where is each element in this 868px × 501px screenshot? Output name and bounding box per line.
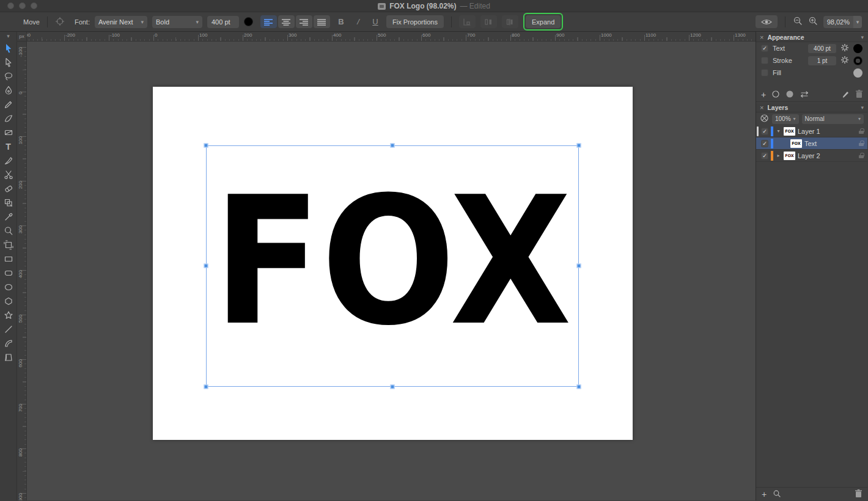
close-panel-icon[interactable]: × xyxy=(760,34,763,41)
delete-layer-icon[interactable] xyxy=(855,489,862,499)
search-icon[interactable] xyxy=(773,489,781,499)
selection-handle-ne[interactable] xyxy=(577,144,581,148)
tools-collapse-icon[interactable]: ▾ xyxy=(7,33,10,39)
transform-origin-icon[interactable] xyxy=(55,16,65,27)
layer-row-layer2[interactable]: ✓ ▸ FOX Layer 2 xyxy=(756,150,867,162)
text-size-field[interactable]: 400 pt xyxy=(808,44,836,53)
document-canvas[interactable]: FOX xyxy=(27,42,756,500)
chevron-right-icon[interactable]: ▸ xyxy=(776,153,781,158)
line-tool-button[interactable] xyxy=(3,324,14,334)
text-color-swatch[interactable] xyxy=(853,44,862,53)
opacity-wheel-icon[interactable] xyxy=(760,114,769,124)
gear-icon[interactable] xyxy=(840,56,849,65)
close-window-button[interactable] xyxy=(7,2,14,9)
knife-tool-button[interactable] xyxy=(3,156,14,166)
page-tool-button[interactable] xyxy=(3,353,14,362)
font-weight-dropdown[interactable]: Bold ▾ xyxy=(152,16,202,28)
fill-tool-button[interactable] xyxy=(3,128,14,137)
zoom-in-icon[interactable] xyxy=(808,16,818,27)
stroke-width-field[interactable]: 1 pt xyxy=(808,56,836,65)
fill-visibility-checkbox[interactable]: ✓ xyxy=(761,69,768,76)
anchor-align-button[interactable] xyxy=(459,15,476,28)
ellipse-tool-button[interactable] xyxy=(3,282,14,292)
close-panel-icon[interactable]: × xyxy=(760,104,763,111)
fix-proportions-button[interactable]: Fix Proportions xyxy=(386,15,444,28)
vector-brush-tool-button[interactable] xyxy=(3,114,14,123)
selection-bounding-box[interactable] xyxy=(206,145,579,387)
rounded-rectangle-tool-button[interactable] xyxy=(3,268,14,278)
zoom-tool-button[interactable] xyxy=(3,226,14,236)
no-fill-icon[interactable] xyxy=(771,90,780,100)
star-tool-button[interactable] xyxy=(3,310,14,320)
scissors-tool-button[interactable] xyxy=(3,170,14,180)
style-brush-icon[interactable] xyxy=(842,90,850,99)
pen-tool-button[interactable] xyxy=(3,86,14,95)
lock-icon[interactable] xyxy=(859,141,864,146)
eraser-tool-button[interactable] xyxy=(3,184,14,194)
fill-color-swatch[interactable] xyxy=(853,68,862,78)
layer-name[interactable]: Layer 2 xyxy=(798,152,820,159)
layer-row-layer1[interactable]: ✓ ▾ FOX Layer 1 xyxy=(756,125,867,137)
zoom-window-button[interactable] xyxy=(31,2,37,9)
appearance-row-stroke[interactable]: ✓ Stroke 1 pt xyxy=(756,54,867,67)
move-tool-button[interactable] xyxy=(3,43,14,53)
view-mode-button[interactable] xyxy=(756,15,778,28)
lock-icon[interactable] xyxy=(859,128,864,134)
add-layer-icon[interactable]: + xyxy=(762,490,767,499)
align-center-button[interactable] xyxy=(278,15,295,28)
arc-tool-button[interactable] xyxy=(3,338,14,348)
layer-color-tag[interactable] xyxy=(771,151,773,161)
underline-button[interactable]: U xyxy=(369,16,381,28)
freehand-selection-tool-button[interactable] xyxy=(3,71,14,81)
selection-handle-se[interactable] xyxy=(577,385,581,389)
stroke-color-swatch[interactable] xyxy=(853,56,862,65)
selection-handle-e[interactable] xyxy=(577,264,581,268)
duplicate-tool-button[interactable] xyxy=(3,198,14,208)
polygon-tool-button[interactable] xyxy=(3,296,14,306)
zoom-level-dropdown[interactable]: 98,02% ▾ xyxy=(823,16,862,28)
stroke-visibility-checkbox[interactable]: ✓ xyxy=(761,57,768,64)
layer-visibility-checkbox[interactable]: ✓ xyxy=(761,140,768,147)
align-right-button[interactable] xyxy=(296,15,312,28)
selection-handle-s[interactable] xyxy=(391,385,395,389)
font-size-field[interactable]: 400 pt xyxy=(207,16,239,28)
layer-visibility-checkbox[interactable]: ✓ xyxy=(761,152,768,159)
selection-handle-w[interactable] xyxy=(204,264,208,268)
chevron-down-icon[interactable]: ▾ xyxy=(861,34,864,40)
justify-button[interactable] xyxy=(314,15,330,28)
layer-color-tag[interactable] xyxy=(771,126,773,136)
italic-button[interactable]: / xyxy=(352,16,364,28)
selection-handle-nw[interactable] xyxy=(204,144,208,148)
solid-fill-icon[interactable] xyxy=(785,90,794,100)
appearance-row-text[interactable]: ✓ Text 400 pt xyxy=(756,42,867,54)
ruler-units-label[interactable]: px xyxy=(17,32,27,42)
expand-button[interactable]: Expand xyxy=(526,15,561,28)
layer-opacity-dropdown[interactable]: 100% ▾ xyxy=(772,114,799,124)
vertical-ruler[interactable]: -100 0 100 200 300 400 500 600 700 800 9… xyxy=(17,42,27,500)
chevron-down-icon[interactable]: ▾ xyxy=(861,104,864,111)
gear-icon[interactable] xyxy=(840,43,849,53)
layer-name[interactable]: Layer 1 xyxy=(798,128,820,135)
flip-vertical-button[interactable] xyxy=(502,15,518,28)
text-visibility-checkbox[interactable]: ✓ xyxy=(761,45,768,52)
minimize-window-button[interactable] xyxy=(19,2,26,9)
blend-mode-dropdown[interactable]: Normal ▾ xyxy=(802,114,864,124)
selection-handle-n[interactable] xyxy=(391,144,395,148)
rectangle-tool-button[interactable] xyxy=(3,254,14,264)
chevron-down-icon[interactable]: ▾ xyxy=(776,128,781,134)
align-left-button[interactable] xyxy=(260,15,277,28)
font-family-dropdown[interactable]: Avenir Next ▾ xyxy=(95,16,147,28)
frame-tool-button[interactable] xyxy=(3,240,14,250)
bold-button[interactable]: B xyxy=(335,16,347,28)
appearance-row-fill[interactable]: ✓ Fill xyxy=(756,67,867,79)
add-style-icon[interactable]: + xyxy=(761,90,766,99)
swap-fill-stroke-icon[interactable] xyxy=(800,90,809,99)
text-color-swatch[interactable] xyxy=(244,17,253,26)
node-tool-button[interactable] xyxy=(3,57,14,67)
pencil-tool-button[interactable] xyxy=(3,100,14,109)
layer-visibility-checkbox[interactable]: ✓ xyxy=(761,128,768,135)
layer-name[interactable]: Text xyxy=(804,140,817,147)
zoom-out-icon[interactable] xyxy=(793,16,803,27)
trash-icon[interactable] xyxy=(856,90,862,99)
layer-color-tag[interactable] xyxy=(771,139,773,148)
